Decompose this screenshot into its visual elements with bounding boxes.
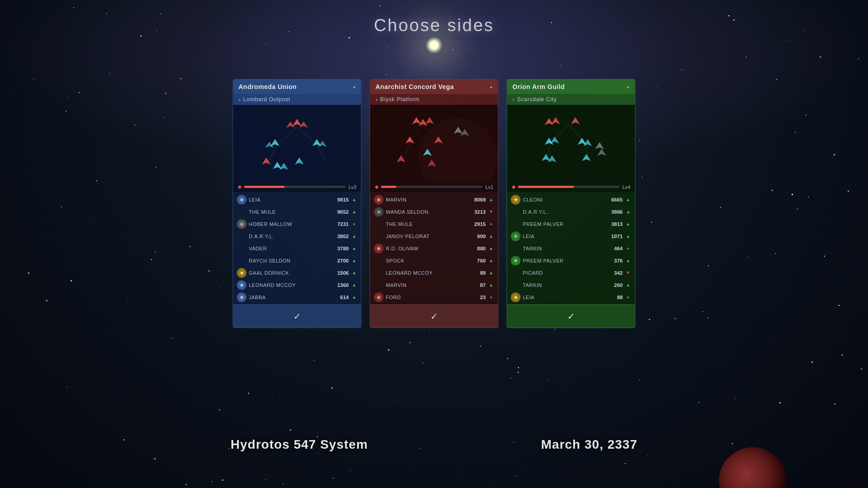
player-status-icon: ▲ — [351, 295, 358, 300]
player-name: HOBER MALLOW — [249, 221, 330, 227]
player-avatar: ⊕ — [237, 280, 247, 290]
player-avatar: ◎ — [237, 219, 247, 229]
player-avatar: ⊗ — [374, 195, 384, 205]
player-score: 87 — [469, 282, 486, 288]
player-row: ★CLEONI6665▲ — [507, 193, 635, 206]
player-status-icon: ▲ — [351, 197, 358, 202]
player-row: RAYCH SELDON2700▲ — [233, 254, 361, 267]
player-name: MARVIN — [386, 197, 467, 202]
header-indicator: ● — [353, 84, 355, 89]
player-status-icon: ▲ — [488, 282, 495, 287]
card-anarchist[interactable]: Anarchist Concord Vega●●Biysk Platform — [370, 79, 499, 328]
diamond-icon: ◆ — [375, 184, 378, 190]
confirm-button-anarchist[interactable]: ✓ — [370, 305, 498, 328]
player-status-icon: ● — [625, 246, 632, 251]
svg-marker-7 — [271, 139, 279, 146]
system-name: Hydrotos 547 System — [231, 437, 368, 452]
player-status-icon: ▼ — [625, 270, 632, 275]
player-score: 9815 — [332, 197, 349, 202]
player-name: PREEM PALVER — [523, 221, 604, 227]
player-score: 2915 — [469, 221, 486, 227]
player-row: TARKIN464● — [507, 242, 635, 254]
player-status-icon: ▲ — [351, 209, 358, 214]
player-name: R.D. OLIVAW — [386, 246, 467, 251]
player-row: PREEM PALVER3813▲ — [507, 218, 635, 230]
date-display: March 30, 2337 — [541, 437, 637, 452]
faction-name-andromeda: Andromeda Union — [239, 83, 297, 90]
player-name: TARKIN — [523, 246, 604, 251]
player-score: 1506 — [332, 270, 349, 276]
player-avatar: ⊗ — [374, 292, 384, 302]
location-text: Scarsdale City — [517, 96, 557, 103]
player-score: 3213 — [469, 209, 486, 215]
sun-glow — [425, 36, 443, 54]
player-row: PICARD342▼ — [507, 267, 635, 279]
player-name: CLEONI — [523, 197, 604, 202]
svg-line-1 — [297, 127, 317, 145]
card-header-andromeda: Andromeda Union● — [233, 80, 361, 94]
player-status-icon: ▲ — [351, 282, 358, 287]
faction-name-orion: Orion Arm Guild — [513, 83, 565, 90]
player-score: 6665 — [606, 197, 623, 202]
player-score: 342 — [606, 270, 623, 276]
svg-marker-41 — [548, 155, 557, 163]
player-name: FORD — [386, 295, 467, 300]
player-status-icon: ▲ — [625, 197, 632, 202]
footer-info: Hydrotos 547 System March 30, 2337 — [231, 437, 637, 452]
player-row: VADER3780▲ — [233, 242, 361, 254]
player-name: LEIA — [523, 295, 604, 300]
level-bar-andromeda: ◆Lv3 — [233, 182, 361, 192]
confirm-button-andromeda[interactable]: ✓ — [233, 305, 361, 328]
svg-marker-19 — [412, 117, 420, 124]
svg-marker-43 — [595, 142, 604, 150]
player-name: PREEM PALVER — [523, 258, 604, 263]
location-text: Biysk Platform — [380, 96, 420, 103]
level-progress — [381, 186, 396, 188]
player-score: 7231 — [332, 221, 349, 227]
player-score: 1071 — [606, 234, 623, 239]
player-status-icon: ▲ — [351, 234, 358, 239]
card-orion[interactable]: Orion Arm Guild●●Scarsdale City — [507, 79, 636, 328]
faction-cards-container: Andromeda Union●●Lombard Outpost — [233, 79, 636, 328]
map-orion — [507, 105, 635, 182]
player-status-icon: ▲ — [625, 209, 632, 214]
diamond-icon: ◆ — [512, 184, 515, 190]
faction-name-anarchist: Anarchist Concord Vega — [376, 83, 454, 90]
svg-marker-40 — [542, 154, 550, 161]
map-andromeda — [233, 105, 361, 182]
location-andromeda: ●Lombard Outpost — [233, 94, 361, 105]
player-score: 3886 — [606, 209, 623, 215]
location-anarchist: ●Biysk Platform — [370, 94, 498, 105]
player-status-icon: ▲ — [488, 270, 495, 275]
svg-marker-35 — [571, 117, 580, 124]
player-score: 23 — [469, 295, 486, 300]
player-name: RAYCH SELDON — [249, 258, 330, 263]
player-score: 900 — [469, 234, 486, 239]
level-bar-anarchist: ◆Lv1 — [370, 182, 498, 192]
level-progress — [518, 186, 574, 188]
svg-line-18 — [403, 142, 410, 160]
player-row: ◎HOBER MALLOW7231● — [233, 218, 361, 230]
confirm-button-orion[interactable]: ✓ — [507, 305, 635, 328]
player-score: 89 — [469, 270, 486, 276]
svg-line-31 — [547, 142, 552, 158]
svg-line-16 — [410, 125, 423, 142]
player-name: TARKIN — [523, 282, 604, 288]
player-score: 614 — [332, 295, 349, 300]
map-anarchist — [370, 105, 498, 182]
player-name: SPOCK — [386, 258, 467, 263]
player-name: D.A.R.Y.L. — [249, 234, 330, 239]
player-row: D.A.R.Y.L.3886▲ — [507, 206, 635, 218]
player-list-orion: ★CLEONI6665▲D.A.R.Y.L.3886▲PREEM PALVER3… — [507, 192, 635, 305]
player-row: ★GAAL DORNICK1506▲ — [233, 267, 361, 279]
player-name: MARVIN — [386, 282, 467, 288]
svg-marker-13 — [279, 163, 288, 170]
header-indicator: ● — [627, 84, 629, 89]
svg-marker-12 — [273, 162, 282, 169]
card-andromeda[interactable]: Andromeda Union●●Lombard Outpost — [233, 79, 362, 328]
svg-line-0 — [277, 127, 297, 145]
player-avatar: ★ — [511, 195, 521, 205]
player-name: LEONARD MCCOY — [249, 282, 330, 288]
player-score: 260 — [606, 282, 623, 288]
location-dot: ● — [239, 98, 241, 102]
